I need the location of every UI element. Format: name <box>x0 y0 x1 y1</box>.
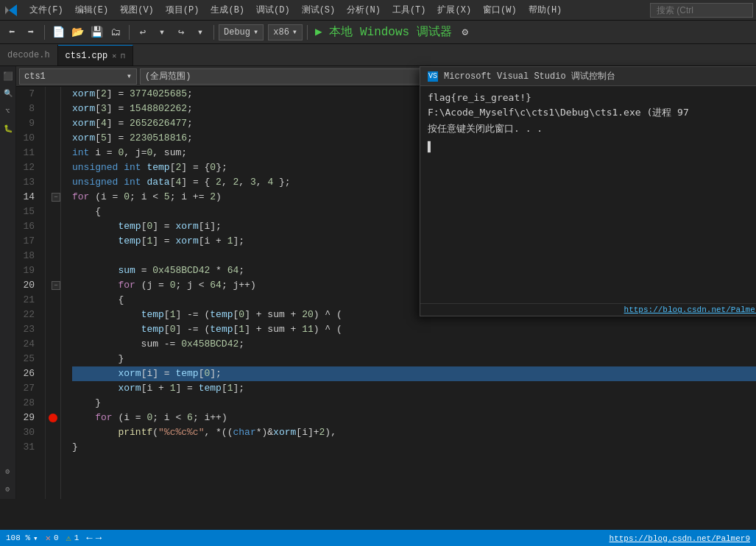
ln-22: 22 <box>16 308 39 322</box>
nav-forward-button[interactable]: → <box>96 532 102 544</box>
ln-7: 7 <box>16 87 39 102</box>
activity-bar: ⬛ 🔍 ⌥ 🐛 ⚙ ⚙ <box>0 66 16 499</box>
ln-17: 17 <box>16 234 39 249</box>
line-25: } <box>72 352 756 366</box>
tab-cts1-cpp[interactable]: cts1.cpp ✕ ⊓ <box>58 45 134 65</box>
ln-14: 14 <box>16 190 39 205</box>
ln-9: 9 <box>16 116 39 131</box>
breakpoint-29 <box>49 414 57 422</box>
ln-15: 15 <box>16 205 39 219</box>
menu-extensions[interactable]: 扩展(X) <box>431 2 477 18</box>
ln-29: 29 <box>16 411 39 425</box>
ln-11: 11 <box>16 146 39 160</box>
ln-30: 30 <box>16 425 39 440</box>
status-bar: 108 % ▾ ✕ 0 ⚠ 1 ← → https://blog.csdn.ne… <box>0 530 756 546</box>
open-file-button[interactable]: 📂 <box>68 24 86 41</box>
ln-27: 27 <box>16 381 39 396</box>
menu-window[interactable]: 窗口(W) <box>477 2 523 18</box>
activity-settings[interactable]: ⚙ <box>1 483 15 496</box>
debug-console-footer: https://blog.csdn.net/Palmer9 <box>420 303 756 316</box>
new-file-button[interactable]: 📄 <box>49 24 67 41</box>
menu-tools[interactable]: 工具(T) <box>386 2 432 18</box>
scope-left-dropdown[interactable]: cts1 ▾ <box>19 68 137 85</box>
ln-16: 16 <box>16 219 39 234</box>
run-button[interactable]: ▶ 本地 Windows 调试器 <box>312 24 455 40</box>
activity-debug[interactable]: 🐛 <box>1 122 15 135</box>
ln-21: 21 <box>16 293 39 308</box>
activity-ext[interactable]: ⚙ <box>1 465 15 478</box>
menu-edit[interactable]: 编辑(E) <box>69 2 115 18</box>
status-link-area: https://blog.csdn.net/Palmer9 <box>610 533 750 544</box>
line-28: } <box>72 396 756 411</box>
line-26: xorm[i] = temp[0]; <box>72 366 756 381</box>
line-numbers: 7 8 9 10 11 12 13 14 15 16 17 18 19 20 2… <box>16 87 46 499</box>
redo-dropdown[interactable]: ▾ <box>191 24 209 41</box>
forward-button[interactable]: ➡ <box>22 24 40 41</box>
save-all-button[interactable]: 🗂 <box>107 24 124 41</box>
activity-search[interactable]: 🔍 <box>1 87 15 100</box>
toolbar: ⬅ ➡ 📄 📂 💾 🗂 ↩ ▾ ↪ ▾ Debug ▾ x86 ▾ ▶ 本地 W… <box>0 21 756 44</box>
ln-20: 20 <box>16 278 39 293</box>
menu-help[interactable]: 帮助(H) <box>523 2 568 18</box>
line-30: printf("%c%c%c", *((char*)&xorm[i]+2), <box>72 425 756 440</box>
back-button[interactable]: ⬅ <box>3 24 21 41</box>
ln-12: 12 <box>16 160 39 175</box>
redo-button[interactable]: ↪ <box>172 24 190 41</box>
tab-close-cts1[interactable]: ✕ <box>112 52 116 60</box>
undo-dropdown[interactable]: ▾ <box>153 24 171 41</box>
menu-file[interactable]: 文件(F) <box>24 2 69 18</box>
menu-build[interactable]: 生成(B) <box>205 2 250 18</box>
sep4 <box>307 25 308 40</box>
ln-31: 31 <box>16 440 39 455</box>
menu-bar: 文件(F) 编辑(E) 视图(V) 项目(P) 生成(B) 调试(D) 测试(S… <box>0 0 756 21</box>
ln-18: 18 <box>16 249 39 263</box>
menu-test[interactable]: 测试(S) <box>296 2 342 18</box>
sep1 <box>44 25 45 40</box>
tab-bar: decode.h cts1.cpp ✕ ⊓ <box>0 44 756 66</box>
line-31: } <box>72 440 756 455</box>
console-output-3: 按任意键关闭此窗口. . . <box>428 122 756 135</box>
save-button[interactable]: 💾 <box>88 24 105 41</box>
debug-console-body: flag{re_is_great!} F:\Acode_Myself\c\cts… <box>420 86 756 303</box>
nav-back-button[interactable]: ← <box>86 532 92 544</box>
sep3 <box>213 25 214 40</box>
debug-console-title: VS Microsoft Visual Studio 调试控制台 <box>420 67 756 86</box>
fold-button-20[interactable]: − <box>52 281 60 290</box>
ln-13: 13 <box>16 175 39 190</box>
menu-search[interactable] <box>650 3 753 18</box>
platform-dropdown[interactable]: x86 ▾ <box>268 24 303 40</box>
code-gutter: − − <box>46 87 66 499</box>
vs-logo <box>3 2 19 18</box>
menu-analyze[interactable]: 分析(N) <box>341 2 386 18</box>
sep2 <box>129 25 130 40</box>
ln-25: 25 <box>16 352 39 366</box>
console-cursor: ▌ <box>428 141 756 152</box>
warning-icon: ⚠ <box>66 533 71 544</box>
error-count[interactable]: ✕ 0 <box>46 533 59 544</box>
line-27: xorm[i + 1] = temp[1]; <box>72 381 756 396</box>
menu-project[interactable]: 项目(P) <box>160 2 205 18</box>
activity-explorer[interactable]: ⬛ <box>1 69 15 82</box>
error-icon: ✕ <box>46 533 51 544</box>
menu-debug[interactable]: 调试(D) <box>250 2 296 18</box>
line-24: sum -= 0x458BCD42; <box>72 337 756 352</box>
fold-button-14[interactable]: − <box>52 193 60 202</box>
zoom-level[interactable]: 108 % ▾ <box>6 533 38 543</box>
undo-button[interactable]: ↩ <box>134 24 152 41</box>
run-settings-button[interactable]: ⚙ <box>456 24 474 41</box>
activity-git[interactable]: ⌥ <box>1 104 15 118</box>
csdn-link[interactable]: https://blog.csdn.net/Palmer9 <box>610 534 750 543</box>
debug-mode-dropdown[interactable]: Debug ▾ <box>219 24 264 40</box>
line-23: temp[0] -= (temp[1] + sum + 11) ^ ( <box>72 322 756 337</box>
menu-view[interactable]: 视图(V) <box>114 2 160 18</box>
line-29: for (i = 0; i < 6; i++) <box>72 411 756 425</box>
tab-decode-h[interactable]: decode.h <box>0 45 58 65</box>
console-output-2: F:\Acode_Myself\c\cts1\Debug\cts1.exe (进… <box>428 106 756 119</box>
warning-count[interactable]: ⚠ 1 <box>66 533 79 544</box>
ln-26: 26 <box>16 366 39 381</box>
ln-10: 10 <box>16 131 39 146</box>
ln-19: 19 <box>16 263 39 278</box>
console-output-1: flag{re_is_great!} <box>428 92 756 103</box>
nav-buttons: ← → <box>86 532 102 544</box>
debug-console: VS Microsoft Visual Studio 调试控制台 flag{re… <box>420 66 756 316</box>
